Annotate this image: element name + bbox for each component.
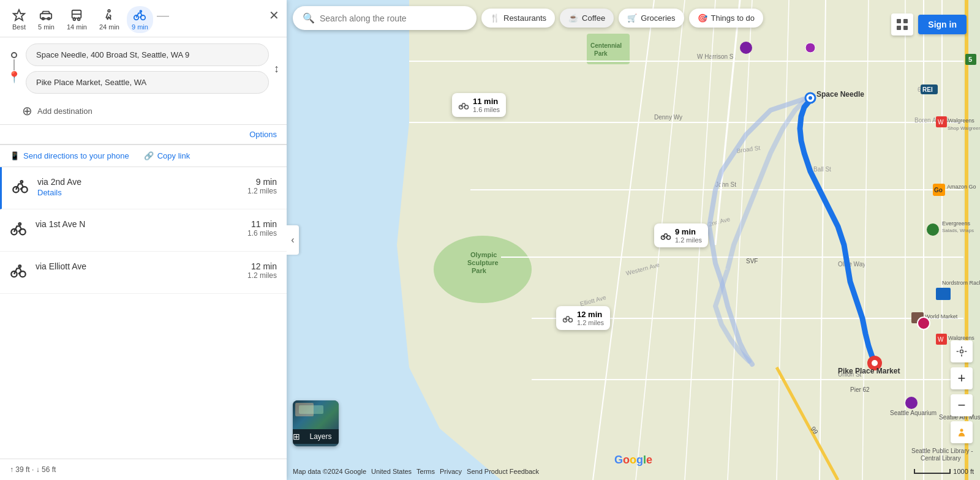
callout-main-info: 9 min 1.2 miles (675, 227, 702, 244)
transport-mode-best[interactable]: Best (7, 6, 31, 33)
callout-main-time: 9 min (675, 227, 702, 236)
terms-terms[interactable]: Terms (417, 468, 435, 475)
filter-things-to-do[interactable]: 🎯 Things to do (689, 9, 764, 28)
filter-things-to-do-label: Things to do (711, 13, 755, 23)
search-along-route[interactable]: 🔍 (293, 6, 477, 30)
callout-main-dist: 1.2 miles (675, 236, 702, 244)
svg-point-17 (11, 271, 17, 277)
routes-list: via 2nd Ave Details 9 min 1.2 miles via … (0, 167, 287, 459)
add-destination-button[interactable]: ⊕ Add destination (0, 100, 287, 124)
svg-point-98 (740, 42, 752, 54)
svg-text:Amazon Go: Amazon Go (947, 184, 976, 190)
svg-text:Evergreens: Evergreens (942, 220, 971, 227)
svg-marker-0 (13, 10, 24, 20)
search-input[interactable] (320, 13, 454, 23)
sign-in-button[interactable]: Sign in (918, 15, 967, 34)
svg-text:Space Needle: Space Needle (816, 90, 864, 99)
svg-point-93 (809, 96, 812, 100)
zoom-in-button[interactable]: + (951, 367, 973, 389)
origin-input[interactable] (26, 43, 269, 66)
svg-rect-26 (587, 34, 630, 64)
svg-point-11 (13, 187, 18, 192)
destination-input[interactable] (26, 71, 269, 94)
transport-mode-drive[interactable]: 5 min (33, 6, 59, 33)
route-details-link-1[interactable]: Details (37, 188, 239, 197)
svg-text:Olive Way: Olive Way (838, 261, 865, 268)
callout-alt2-info: 12 min 1.2 miles (577, 310, 604, 326)
route-via-3: via Elliott Ave (36, 261, 239, 271)
svg-point-101 (918, 317, 930, 329)
terms-united-states[interactable]: United States (371, 468, 412, 475)
route-item-3[interactable]: via Elliott Ave 12 min 1.2 miles (0, 252, 287, 294)
route-time-1: 9 min (247, 177, 277, 187)
transport-mode-walk[interactable]: 24 min (94, 6, 124, 33)
map-scale: 1000 ft (914, 468, 974, 475)
svg-text:W Harrison St: W Harrison St (697, 53, 735, 60)
directions-inputs: 📍 ↕ (0, 37, 287, 100)
callout-alt1-time: 11 min (473, 97, 500, 106)
copy-link-button[interactable]: 🔗 Copy link (144, 151, 190, 160)
svg-text:Centennial: Centennial (590, 42, 622, 49)
filter-groceries[interactable]: 🛒 Groceries (619, 9, 684, 28)
transport-mode-transit[interactable]: 14 min (62, 6, 92, 33)
scale-label: 1000 ft (953, 468, 974, 475)
svg-text:Olympic: Olympic (470, 251, 497, 258)
map-background: Olympic Sculpture Park Centennial Park W… (287, 0, 980, 480)
route-item-2[interactable]: via 1st Ave N 11 min 1.6 miles (0, 209, 287, 252)
svg-text:W: W (938, 336, 944, 343)
coffee-icon: ☕ (568, 13, 578, 23)
options-button[interactable]: Options (249, 130, 277, 139)
filter-coffee[interactable]: ☕ Coffee (560, 9, 614, 28)
map-area[interactable]: Olympic Sculpture Park Centennial Park W… (287, 0, 980, 480)
options-bar: Options (0, 125, 287, 144)
route-time-col-1: 9 min 1.2 miles (247, 177, 277, 195)
svg-text:5: 5 (968, 56, 972, 63)
callout-alt2-time: 12 min (577, 310, 604, 319)
route-time-col-3: 12 min 1.2 miles (247, 261, 277, 280)
svg-point-114 (960, 429, 963, 432)
transport-separator: — (157, 9, 169, 23)
svg-rect-105 (897, 26, 901, 30)
route-time-col-2: 11 min 1.6 miles (247, 219, 277, 238)
svg-text:Central Library: Central Library (921, 455, 961, 462)
route-miles-3: 1.2 miles (247, 271, 277, 280)
restaurants-icon: 🍴 (490, 13, 500, 23)
route-via-2: via 1st Ave N (36, 219, 239, 229)
send-directions-button[interactable]: 📱 Send directions to your phone (10, 151, 129, 160)
top-right-controls: Sign in (891, 13, 967, 36)
origin-dot (11, 52, 17, 58)
layers-icon: ⊞ (293, 432, 300, 441)
transport-mode-bike[interactable]: 9 min (127, 6, 153, 33)
street-view-button[interactable] (951, 421, 973, 443)
svg-point-10 (140, 10, 142, 12)
svg-point-14 (11, 229, 17, 234)
svg-point-96 (872, 360, 878, 366)
dot-line (13, 59, 15, 70)
route-item-1[interactable]: via 2nd Ave Details 9 min 1.2 miles (0, 167, 287, 209)
search-icon: 🔍 (303, 12, 315, 24)
svg-point-6 (78, 18, 80, 21)
terms-send-feedback[interactable]: Send Product Feedback (467, 468, 539, 475)
map-bottom-bar: Map data ©2024 Google United States Term… (293, 468, 974, 475)
svg-point-5 (74, 18, 76, 21)
my-location-button[interactable] (951, 340, 973, 362)
apps-grid-button[interactable] (891, 13, 913, 36)
filter-restaurants[interactable]: 🍴 Restaurants (481, 9, 555, 28)
svg-text:World Market: World Market (925, 313, 958, 320)
route-info-3: via Elliott Ave (36, 261, 239, 271)
layers-button[interactable]: ⊞ Layers (293, 400, 339, 446)
svg-point-16 (19, 223, 21, 225)
swap-button[interactable]: ↕ (274, 62, 279, 75)
zoom-out-button[interactable]: − (951, 394, 973, 416)
route-callout-alt2: 12 min 1.2 miles (556, 306, 610, 330)
filter-restaurants-label: Restaurants (503, 13, 546, 23)
svg-text:W: W (938, 119, 944, 126)
svg-rect-78 (936, 288, 951, 300)
collapse-panel-button[interactable]: ‹ (287, 225, 299, 255)
close-icon[interactable]: ✕ (269, 8, 279, 23)
callout-alt1-info: 11 min 1.6 miles (473, 97, 500, 113)
add-icon: ⊕ (22, 103, 32, 118)
elevation-bar: ↑ 39 ft · ↓ 56 ft (0, 459, 287, 480)
copyright-text: Map data ©2024 Google (293, 468, 366, 475)
terms-privacy[interactable]: Privacy (440, 468, 462, 475)
